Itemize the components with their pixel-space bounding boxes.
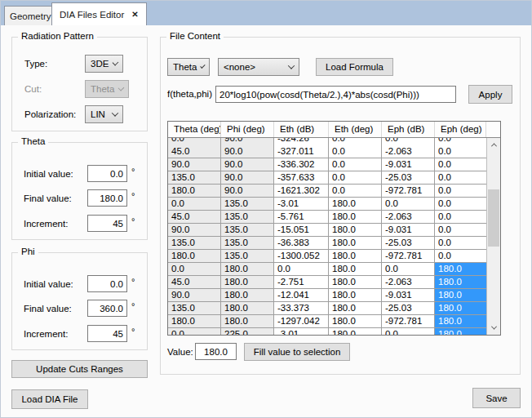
table-cell[interactable]: 90.0 bbox=[221, 158, 274, 171]
column-header[interactable]: Eth (dB) bbox=[274, 122, 329, 137]
table-cell[interactable]: 0.0 bbox=[435, 250, 486, 263]
table-cell[interactable]: 180.0 bbox=[329, 315, 382, 328]
fill-value-button[interactable]: Fill value to selection bbox=[244, 343, 350, 361]
table-cell[interactable]: 135.0 bbox=[221, 224, 274, 237]
table-cell[interactable]: -9.031 bbox=[382, 158, 435, 171]
table-cell[interactable]: 0.0 bbox=[382, 198, 435, 211]
table-cell[interactable]: 45.0 bbox=[168, 211, 221, 224]
formula-preset-dropdown[interactable]: <none> bbox=[218, 58, 299, 76]
table-cell[interactable]: 90.0 bbox=[221, 138, 274, 145]
table-cell[interactable]: 180.0 bbox=[329, 250, 382, 263]
table-cell[interactable]: -25.03 bbox=[382, 302, 435, 315]
table-cell[interactable]: 45.0 bbox=[168, 145, 221, 158]
table-cell[interactable]: 0.0 bbox=[382, 263, 435, 276]
table-cell[interactable]: -12.041 bbox=[274, 289, 329, 302]
vertical-scrollbar[interactable] bbox=[486, 138, 500, 335]
table-cell[interactable]: 180.0 bbox=[435, 263, 486, 276]
table-cell[interactable]: 0.0 bbox=[435, 224, 486, 237]
table-cell[interactable]: -324.26 bbox=[274, 138, 329, 145]
load-dia-file-button[interactable]: Load DIA File bbox=[11, 389, 88, 409]
table-cell[interactable]: 180.0 bbox=[221, 263, 274, 276]
table-cell[interactable]: 180.0 bbox=[221, 289, 274, 302]
table-cell[interactable]: 0.0 bbox=[435, 185, 486, 198]
table-cell[interactable]: 0.0 bbox=[435, 211, 486, 224]
phi-increment-input[interactable] bbox=[87, 325, 127, 342]
table-cell[interactable]: 135.0 bbox=[221, 211, 274, 224]
scroll-down-button[interactable] bbox=[487, 321, 500, 335]
table-cell[interactable]: -1621.302 bbox=[274, 185, 329, 198]
table-cell[interactable]: 180.0 bbox=[435, 315, 486, 328]
apply-button[interactable]: Apply bbox=[468, 85, 512, 104]
table-cell[interactable]: -25.03 bbox=[382, 237, 435, 250]
table-cell[interactable]: -357.633 bbox=[274, 171, 329, 185]
table-cell[interactable]: 135.0 bbox=[168, 237, 221, 250]
table-cell[interactable]: 180.0 bbox=[435, 302, 486, 315]
table-cell[interactable]: -5.761 bbox=[274, 211, 329, 224]
table-cell[interactable]: 0.0 bbox=[168, 263, 221, 276]
table-cell[interactable]: 0.0 bbox=[329, 171, 382, 185]
table-cell[interactable]: 135.0 bbox=[221, 198, 274, 211]
table-cell[interactable]: 180.0 bbox=[168, 250, 221, 263]
table-cell[interactable]: -2.063 bbox=[382, 276, 435, 289]
table-cell[interactable]: -972.781 bbox=[382, 185, 435, 198]
table-cell[interactable]: -3.01 bbox=[274, 328, 329, 335]
tab-dia-files-editor[interactable]: DIA Files Editor ✕ bbox=[51, 2, 147, 25]
table-cell[interactable]: 0.0 bbox=[329, 145, 382, 158]
table-cell[interactable]: 180.0 bbox=[435, 289, 486, 302]
table-cell[interactable]: -1297.042 bbox=[274, 315, 329, 328]
table-cell[interactable]: -15.051 bbox=[274, 224, 329, 237]
table-cell[interactable]: 0.0 bbox=[382, 328, 435, 335]
table-cell[interactable]: 180.0 bbox=[329, 211, 382, 224]
table-cell[interactable]: 180.0 bbox=[435, 276, 486, 289]
table-cell[interactable]: 90.0 bbox=[221, 145, 274, 158]
table-cell[interactable]: 90.0 bbox=[221, 171, 274, 185]
table-cell[interactable]: -336.302 bbox=[274, 158, 329, 171]
theta-initial-input[interactable] bbox=[87, 165, 127, 182]
table-cell[interactable]: 0.0 bbox=[435, 158, 486, 171]
table-cell[interactable]: -327.011 bbox=[274, 145, 329, 158]
load-formula-button[interactable]: Load Formula bbox=[316, 58, 393, 76]
table-cell[interactable]: -2.063 bbox=[382, 145, 435, 158]
table-cell[interactable]: 180.0 bbox=[221, 302, 274, 315]
table-cell[interactable]: -972.781 bbox=[382, 315, 435, 328]
table-cell[interactable]: 90.0 bbox=[168, 158, 221, 171]
table-cell[interactable]: -36.383 bbox=[274, 237, 329, 250]
table-cell[interactable]: 0.0 bbox=[168, 198, 221, 211]
phi-initial-input[interactable] bbox=[87, 275, 127, 292]
column-header[interactable]: Phi (deg) bbox=[221, 122, 274, 137]
table-cell[interactable]: 0.0 bbox=[435, 145, 486, 158]
table-cell[interactable]: -33.373 bbox=[274, 302, 329, 315]
table-cell[interactable]: 180.0 bbox=[329, 198, 382, 211]
table-cell[interactable]: 180.0 bbox=[329, 276, 382, 289]
table-cell[interactable]: 0.0 bbox=[168, 138, 221, 145]
update-cuts-ranges-button[interactable]: Update Cuts Ranges bbox=[11, 360, 148, 378]
table-cell[interactable]: 0.0 bbox=[435, 198, 486, 211]
table-cell[interactable]: -2.063 bbox=[382, 211, 435, 224]
table-cell[interactable]: 180.0 bbox=[329, 237, 382, 250]
phi-final-input[interactable] bbox=[87, 300, 127, 317]
theta-increment-input[interactable] bbox=[87, 215, 127, 232]
table-cell[interactable]: -972.781 bbox=[382, 250, 435, 263]
table-cell[interactable]: 180.0 bbox=[168, 185, 221, 198]
table-cell[interactable]: 180.0 bbox=[435, 328, 486, 335]
scroll-up-button[interactable] bbox=[487, 138, 500, 152]
table-cell[interactable]: -3.01 bbox=[274, 198, 329, 211]
polarization-dropdown[interactable]: LIN bbox=[85, 105, 123, 123]
table-cell[interactable]: 0.0 bbox=[435, 138, 486, 145]
type-dropdown[interactable]: 3DE bbox=[85, 55, 123, 73]
table-cell[interactable]: 180.0 bbox=[329, 302, 382, 315]
column-header[interactable]: Theta (deg) bbox=[168, 122, 221, 137]
tab-geometry[interactable]: Geometry bbox=[4, 6, 57, 25]
table-cell[interactable]: 180.0 bbox=[168, 315, 221, 328]
table-cell[interactable]: 180.0 bbox=[221, 315, 274, 328]
table-cell[interactable]: -9.031 bbox=[382, 289, 435, 302]
formula-input[interactable] bbox=[215, 86, 456, 103]
table-cell[interactable]: -25.03 bbox=[382, 171, 435, 185]
table-cell[interactable]: -2.751 bbox=[274, 276, 329, 289]
table-cell[interactable]: -1300.052 bbox=[274, 250, 329, 263]
table-cell[interactable]: 90.0 bbox=[168, 289, 221, 302]
table-cell[interactable]: 0.0 bbox=[168, 328, 221, 335]
table-cell[interactable]: 0.0 bbox=[435, 237, 486, 250]
table-cell[interactable]: 0.0 bbox=[329, 185, 382, 198]
column-header[interactable]: Eph (deg) bbox=[435, 122, 486, 137]
